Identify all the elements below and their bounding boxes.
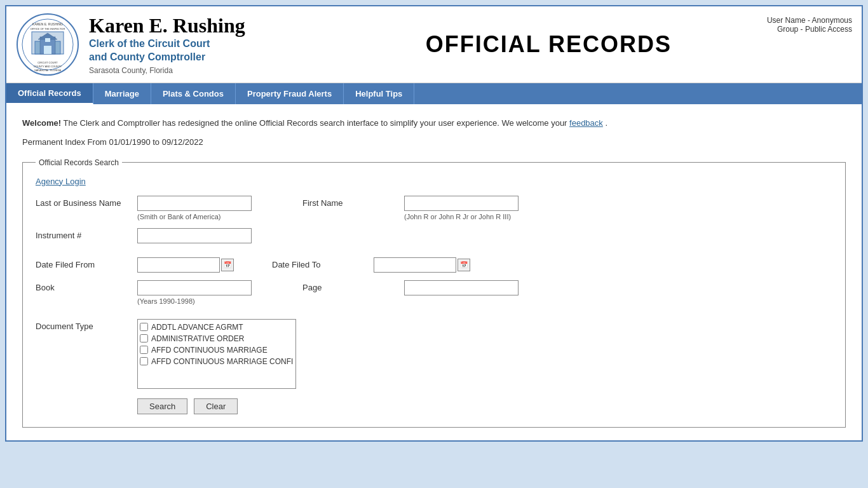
first-name-input[interactable] [404,196,519,211]
doc-type-item[interactable]: AFFD CONTINUOUS MARRIAGE CONFI [140,356,294,367]
instrument-label: Instrument # [36,228,137,240]
doc-type-item[interactable]: ADDTL ADVANCE AGRMT [140,322,294,333]
date-to-input[interactable] [374,257,456,273]
user-group: Group - Public Access [767,25,852,34]
nav-property-fraud-alerts[interactable]: Property Fraud Alerts [236,83,344,104]
doc-type-checkbox-2[interactable] [140,346,148,354]
doc-type-item[interactable]: AFFD CONTINUOUS MARRIAGE [140,344,294,356]
nav-bar: Official Records Marriage Plats & Condos… [6,83,862,104]
book-hint: (Years 1990-1998) [137,297,252,305]
page-input[interactable] [404,280,519,295]
nav-helpful-tips[interactable]: Helpful Tips [344,83,414,104]
welcome-message: Welcome! The Clerk and Comptroller has r… [22,117,846,130]
doc-type-item[interactable]: ADMINISTRATIVE ORDER [140,333,294,344]
date-to-label: Date Filed To [272,257,374,269]
book-input[interactable] [137,280,252,295]
date-to-calendar-icon[interactable]: 📅 [458,259,470,271]
welcome-bold: Welcome! [22,118,61,128]
svg-rect-9 [45,38,50,42]
svg-text:OFFICE OF THE INSPECTOR: OFFICE OF THE INSPECTOR [31,27,65,30]
doc-type-checkbox-1[interactable] [140,334,148,342]
doc-type-checkbox-3[interactable] [140,357,148,365]
clear-button[interactable]: Clear [194,398,238,414]
svg-text:COUNTY AND COUNTY: COUNTY AND COUNTY [34,65,62,68]
instrument-row: Instrument # [36,228,832,243]
clerk-subtitle: Clerk of the Circuit Court and County Co… [89,37,245,64]
permanent-index: Permanent Index From 01/01/1990 to 09/12… [22,137,846,147]
seal-logo: KAREN E. RUSHING OFFICE OF THE INSPECTOR… [16,13,79,76]
county-label: Sarasota County, Florida [89,66,245,75]
welcome-end: . [605,118,607,128]
button-row: Search Clear [36,398,832,414]
document-type-list[interactable]: ADDTL ADVANCE AGRMT ADMINISTRATIVE ORDER… [137,319,296,389]
nav-plats-condos[interactable]: Plats & Condos [151,83,236,104]
date-from-label: Date Filed From [36,257,137,269]
book-page-row: Book (Years 1990-1998) Page [36,280,832,305]
doc-type-checkbox-0[interactable] [140,323,148,331]
name-row: Last or Business Name (Smith or Bank of … [36,196,832,220]
welcome-body: The Clerk and Comptroller has redesigned… [64,118,570,128]
header-text-block: Karen E. Rushing Clerk of the Circuit Co… [89,14,245,75]
svg-text:KAREN E. RUSHING: KAREN E. RUSHING [32,22,63,26]
date-from-calendar-icon[interactable]: 📅 [221,259,234,271]
date-row: Date Filed From 📅 Date Filed To 📅 [36,257,832,273]
last-name-label: Last or Business Name [36,196,137,208]
instrument-input[interactable] [137,228,252,243]
svg-text:CIRCUIT COURT: CIRCUIT COURT [37,61,58,64]
last-name-input[interactable] [137,196,252,211]
search-fieldset: Official Records Search Agency Login Las… [22,158,846,428]
user-info: User Name - Anonymous Group - Public Acc… [767,16,852,34]
last-name-hint: (Smith or Bank of America) [137,213,252,220]
search-button[interactable]: Search [137,398,187,414]
user-name: User Name - Anonymous [767,16,852,25]
nav-marriage[interactable]: Marriage [93,83,151,104]
svg-rect-8 [44,46,51,54]
doc-type-label: Document Type [36,319,137,331]
first-name-hint: (John R or John R Jr or John R III) [404,213,519,220]
search-legend: Official Records Search [36,158,122,167]
page-label: Page [302,280,404,292]
clerk-name: Karen E. Rushing [89,14,245,37]
content-area: Welcome! The Clerk and Comptroller has r… [6,104,862,440]
svg-text:SARASOTA · FLORIDA: SARASOTA · FLORIDA [34,69,61,72]
first-name-label: First Name [302,196,404,208]
page-title: OFFICIAL RECORDS [245,31,852,58]
doc-type-row: Document Type ADDTL ADVANCE AGRMT ADMINI… [36,319,832,389]
date-from-input[interactable] [137,257,220,273]
header: KAREN E. RUSHING OFFICE OF THE INSPECTOR… [6,6,862,83]
feedback-link[interactable]: feedback [569,118,603,128]
agency-login-link[interactable]: Agency Login [36,177,86,186]
book-label: Book [36,280,137,292]
nav-official-records[interactable]: Official Records [6,83,93,104]
